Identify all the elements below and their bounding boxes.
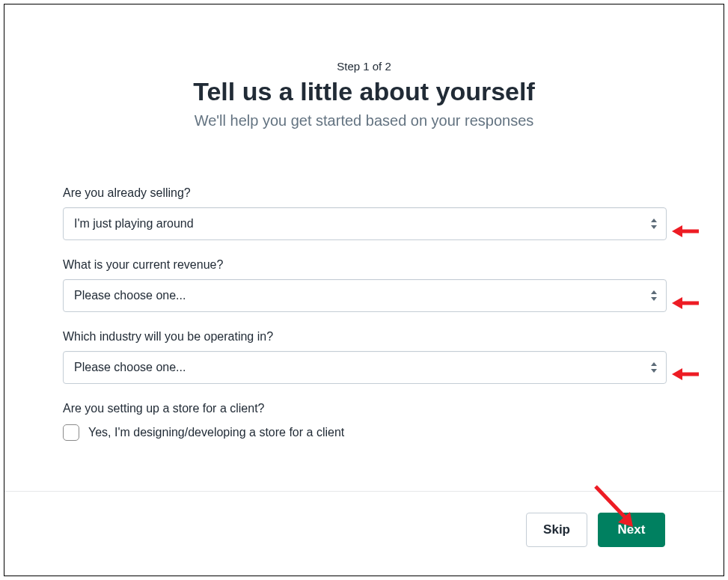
footer: Skip Next xyxy=(4,491,724,576)
onboarding-modal: Step 1 of 2 Tell us a little about yours… xyxy=(4,4,724,576)
select-industry[interactable]: Please choose one... xyxy=(63,351,667,384)
label-current-revenue: What is your current revenue? xyxy=(63,258,665,272)
question-client-store: Are you setting up a store for a client?… xyxy=(63,402,665,441)
select-value: I'm just playing around xyxy=(74,217,194,231)
label-already-selling: Are you already selling? xyxy=(63,186,665,200)
select-value: Please choose one... xyxy=(74,289,186,302)
select-already-selling[interactable]: I'm just playing around xyxy=(63,207,667,240)
label-client-store: Are you setting up a store for a client? xyxy=(63,402,665,415)
skip-button[interactable]: Skip xyxy=(526,513,587,547)
label-industry: Which industry will you be operating in? xyxy=(63,330,665,344)
page-subtitle: We'll help you get started based on your… xyxy=(4,112,724,129)
header: Step 1 of 2 Tell us a little about yours… xyxy=(4,4,724,129)
step-indicator: Step 1 of 2 xyxy=(4,60,724,73)
select-value: Please choose one... xyxy=(74,361,186,374)
page-title: Tell us a little about yourself xyxy=(4,77,724,106)
question-current-revenue: What is your current revenue? Please cho… xyxy=(63,258,665,312)
question-already-selling: Are you already selling? I'm just playin… xyxy=(63,186,665,240)
checkbox-client-store[interactable] xyxy=(63,424,79,441)
next-button[interactable]: Next xyxy=(598,513,665,547)
question-industry: Which industry will you be operating in?… xyxy=(63,330,665,384)
select-current-revenue[interactable]: Please choose one... xyxy=(63,279,667,312)
checkbox-label-client-store: Yes, I'm designing/developing a store fo… xyxy=(88,426,344,439)
form-area: Are you already selling? I'm just playin… xyxy=(4,129,724,441)
